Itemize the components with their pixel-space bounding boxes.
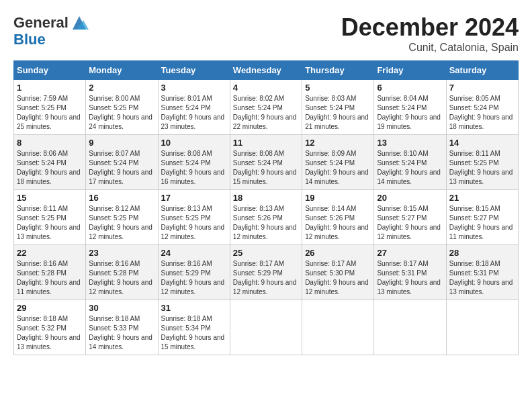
calendar-week-4: 22 Sunrise: 8:16 AM Sunset: 5:28 PM Dayl… xyxy=(14,245,519,300)
weekday-header-monday: Monday xyxy=(86,61,158,80)
weekday-header-tuesday: Tuesday xyxy=(158,61,230,80)
day-info: Sunrise: 8:10 AM Sunset: 5:24 PM Dayligh… xyxy=(377,149,443,187)
calendar-cell: 24 Sunrise: 8:16 AM Sunset: 5:29 PM Dayl… xyxy=(158,245,230,300)
calendar-cell: 12 Sunrise: 8:09 AM Sunset: 5:24 PM Dayl… xyxy=(302,135,374,190)
day-info: Sunrise: 8:02 AM Sunset: 5:24 PM Dayligh… xyxy=(233,94,299,132)
day-number: 5 xyxy=(305,83,371,93)
logo-general-text: General xyxy=(13,15,69,30)
day-number: 9 xyxy=(89,138,154,148)
calendar-table: SundayMondayTuesdayWednesdayThursdayFrid… xyxy=(13,60,519,355)
day-number: 19 xyxy=(305,193,371,203)
day-number: 1 xyxy=(17,83,83,93)
day-info: Sunrise: 8:18 AM Sunset: 5:33 PM Dayligh… xyxy=(89,314,154,352)
day-number: 29 xyxy=(17,303,83,313)
day-number: 22 xyxy=(17,248,83,258)
day-number: 7 xyxy=(449,83,515,93)
day-number: 30 xyxy=(89,303,154,313)
day-number: 23 xyxy=(89,248,154,258)
day-info: Sunrise: 8:17 AM Sunset: 5:30 PM Dayligh… xyxy=(305,259,371,297)
weekday-header-thursday: Thursday xyxy=(302,61,374,80)
day-info: Sunrise: 8:13 AM Sunset: 5:26 PM Dayligh… xyxy=(233,204,299,242)
calendar-cell: 29 Sunrise: 8:18 AM Sunset: 5:32 PM Dayl… xyxy=(14,300,86,355)
day-info: Sunrise: 8:06 AM Sunset: 5:24 PM Dayligh… xyxy=(17,149,83,187)
calendar-cell: 31 Sunrise: 8:18 AM Sunset: 5:34 PM Dayl… xyxy=(158,300,230,355)
day-info: Sunrise: 8:11 AM Sunset: 5:25 PM Dayligh… xyxy=(17,204,83,242)
day-info: Sunrise: 8:15 AM Sunset: 5:27 PM Dayligh… xyxy=(449,204,515,242)
calendar-cell: 7 Sunrise: 8:05 AM Sunset: 5:24 PM Dayli… xyxy=(446,80,518,135)
day-number: 24 xyxy=(161,248,227,258)
day-info: Sunrise: 8:12 AM Sunset: 5:25 PM Dayligh… xyxy=(89,204,154,242)
day-number: 21 xyxy=(449,193,515,203)
calendar-cell: 17 Sunrise: 8:13 AM Sunset: 5:25 PM Dayl… xyxy=(158,190,230,245)
calendar-cell: 26 Sunrise: 8:17 AM Sunset: 5:30 PM Dayl… xyxy=(302,245,374,300)
calendar-cell: 14 Sunrise: 8:11 AM Sunset: 5:25 PM Dayl… xyxy=(446,135,518,190)
day-number: 10 xyxy=(161,138,227,148)
day-info: Sunrise: 8:08 AM Sunset: 5:24 PM Dayligh… xyxy=(233,149,299,187)
day-number: 13 xyxy=(377,138,443,148)
calendar-cell: 5 Sunrise: 8:03 AM Sunset: 5:24 PM Dayli… xyxy=(302,80,374,135)
weekday-header-friday: Friday xyxy=(374,61,446,80)
title-block: December 2024 Cunit, Catalonia, Spain xyxy=(341,13,519,54)
calendar-cell: 8 Sunrise: 8:06 AM Sunset: 5:24 PM Dayli… xyxy=(14,135,86,190)
weekday-header-wednesday: Wednesday xyxy=(230,61,302,80)
calendar-cell: 22 Sunrise: 8:16 AM Sunset: 5:28 PM Dayl… xyxy=(14,245,86,300)
day-info: Sunrise: 8:03 AM Sunset: 5:24 PM Dayligh… xyxy=(305,94,371,132)
day-number: 25 xyxy=(233,248,299,258)
calendar-cell: 2 Sunrise: 8:00 AM Sunset: 5:25 PM Dayli… xyxy=(86,80,158,135)
calendar-cell xyxy=(302,300,374,355)
day-info: Sunrise: 8:08 AM Sunset: 5:24 PM Dayligh… xyxy=(161,149,227,187)
day-info: Sunrise: 8:00 AM Sunset: 5:25 PM Dayligh… xyxy=(89,94,154,132)
calendar-cell: 10 Sunrise: 8:08 AM Sunset: 5:24 PM Dayl… xyxy=(158,135,230,190)
calendar-cell: 9 Sunrise: 8:07 AM Sunset: 5:24 PM Dayli… xyxy=(86,135,158,190)
day-number: 12 xyxy=(305,138,371,148)
day-number: 6 xyxy=(377,83,443,93)
day-number: 4 xyxy=(233,83,299,93)
calendar-cell xyxy=(446,300,518,355)
location-subtitle: Cunit, Catalonia, Spain xyxy=(341,42,519,54)
day-info: Sunrise: 8:15 AM Sunset: 5:27 PM Dayligh… xyxy=(377,204,443,242)
day-number: 26 xyxy=(305,248,371,258)
day-number: 20 xyxy=(377,193,443,203)
day-info: Sunrise: 8:07 AM Sunset: 5:24 PM Dayligh… xyxy=(89,149,154,187)
weekday-header-sunday: Sunday xyxy=(14,61,86,80)
calendar-cell: 3 Sunrise: 8:01 AM Sunset: 5:24 PM Dayli… xyxy=(158,80,230,135)
day-info: Sunrise: 8:18 AM Sunset: 5:31 PM Dayligh… xyxy=(449,259,515,297)
calendar-week-2: 8 Sunrise: 8:06 AM Sunset: 5:24 PM Dayli… xyxy=(14,135,519,190)
day-number: 3 xyxy=(161,83,227,93)
day-info: Sunrise: 8:13 AM Sunset: 5:25 PM Dayligh… xyxy=(161,204,227,242)
calendar-week-5: 29 Sunrise: 8:18 AM Sunset: 5:32 PM Dayl… xyxy=(14,300,519,355)
day-info: Sunrise: 8:01 AM Sunset: 5:24 PM Dayligh… xyxy=(161,94,227,132)
day-info: Sunrise: 8:16 AM Sunset: 5:29 PM Dayligh… xyxy=(161,259,227,297)
day-number: 14 xyxy=(449,138,515,148)
weekday-header-row: SundayMondayTuesdayWednesdayThursdayFrid… xyxy=(14,61,519,80)
day-info: Sunrise: 8:16 AM Sunset: 5:28 PM Dayligh… xyxy=(17,259,83,297)
logo-icon xyxy=(70,13,89,32)
weekday-header-saturday: Saturday xyxy=(446,61,518,80)
day-number: 15 xyxy=(17,193,83,203)
calendar-cell: 28 Sunrise: 8:18 AM Sunset: 5:31 PM Dayl… xyxy=(446,245,518,300)
day-info: Sunrise: 8:18 AM Sunset: 5:34 PM Dayligh… xyxy=(161,314,227,352)
day-info: Sunrise: 8:17 AM Sunset: 5:29 PM Dayligh… xyxy=(233,259,299,297)
calendar-cell: 21 Sunrise: 8:15 AM Sunset: 5:27 PM Dayl… xyxy=(446,190,518,245)
day-number: 31 xyxy=(161,303,227,313)
calendar-cell: 19 Sunrise: 8:14 AM Sunset: 5:26 PM Dayl… xyxy=(302,190,374,245)
calendar-cell: 23 Sunrise: 8:16 AM Sunset: 5:28 PM Dayl… xyxy=(86,245,158,300)
day-info: Sunrise: 8:05 AM Sunset: 5:24 PM Dayligh… xyxy=(449,94,515,132)
day-number: 11 xyxy=(233,138,299,148)
day-info: Sunrise: 8:16 AM Sunset: 5:28 PM Dayligh… xyxy=(89,259,154,297)
month-title: December 2024 xyxy=(341,13,519,42)
day-info: Sunrise: 8:17 AM Sunset: 5:31 PM Dayligh… xyxy=(377,259,443,297)
calendar-cell: 25 Sunrise: 8:17 AM Sunset: 5:29 PM Dayl… xyxy=(230,245,302,300)
calendar-cell: 11 Sunrise: 8:08 AM Sunset: 5:24 PM Dayl… xyxy=(230,135,302,190)
day-info: Sunrise: 8:11 AM Sunset: 5:25 PM Dayligh… xyxy=(449,149,515,187)
day-number: 16 xyxy=(89,193,154,203)
day-info: Sunrise: 7:59 AM Sunset: 5:25 PM Dayligh… xyxy=(17,94,83,132)
calendar-cell: 13 Sunrise: 8:10 AM Sunset: 5:24 PM Dayl… xyxy=(374,135,446,190)
day-number: 2 xyxy=(89,83,154,93)
calendar-cell: 18 Sunrise: 8:13 AM Sunset: 5:26 PM Dayl… xyxy=(230,190,302,245)
calendar-cell: 30 Sunrise: 8:18 AM Sunset: 5:33 PM Dayl… xyxy=(86,300,158,355)
day-number: 27 xyxy=(377,248,443,258)
calendar-cell: 20 Sunrise: 8:15 AM Sunset: 5:27 PM Dayl… xyxy=(374,190,446,245)
calendar-cell: 4 Sunrise: 8:02 AM Sunset: 5:24 PM Dayli… xyxy=(230,80,302,135)
day-number: 8 xyxy=(17,138,83,148)
